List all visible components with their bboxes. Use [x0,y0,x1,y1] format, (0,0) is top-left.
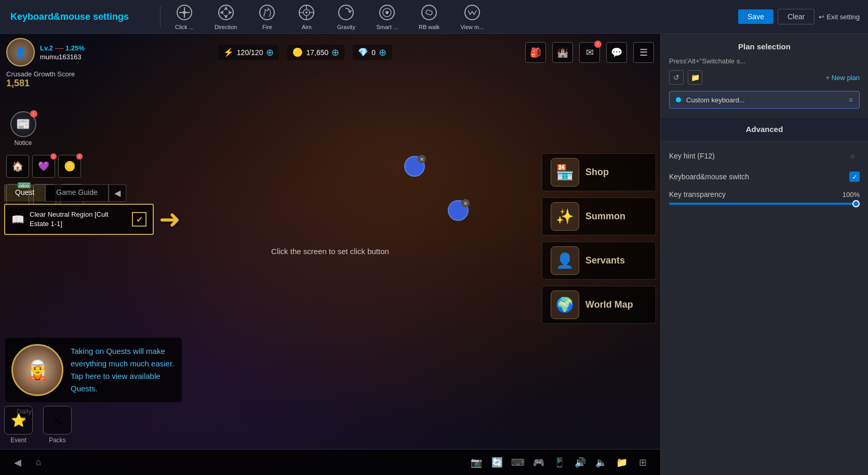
toolbar-click-icon[interactable]: Click ... [165,3,204,30]
svg-point-20 [465,5,479,20]
camera-btn[interactable]: 📷 [467,453,486,472]
rbwalk-icon [420,3,438,22]
notice-button[interactable]: 📰 ! Notice [6,107,40,151]
quest-popup[interactable]: 🧝 Taking on Quests will make everything … [5,338,182,402]
toolbar-smart-icon[interactable]: Smart ... [366,3,408,30]
drag-circle-1-close[interactable]: ✕ [418,155,426,163]
toolbar-viewm-icon[interactable]: View m... [450,3,494,30]
drag-circle-1[interactable]: ✕ [404,156,425,177]
event-btn[interactable]: ⭐ Event [4,406,33,444]
svg-point-19 [422,5,436,20]
packs-btn[interactable]: ⚔ Packs [43,406,72,444]
svg-point-15 [339,5,353,20]
rotate-btn[interactable]: 🔄 [488,453,506,472]
fire-label: Fire [262,24,272,30]
svg-point-1 [183,11,186,14]
new-plan-link[interactable]: + New plan [826,74,860,82]
svg-marker-5 [220,10,224,15]
main-content: 👤 Lv.2 ── 1.25% mumu163163 ⚡ 120/120 ⊕ 🟡… [0,34,868,475]
gold-shop-btn[interactable]: 🪙 ! [58,155,81,178]
screen-btn[interactable]: 📱 [550,453,569,472]
toolbar: Keyboard&mouse settings Click ... Direct… [0,0,868,34]
app-title: Keyboard&mouse settings [0,11,156,22]
packs-icon: ⚔ [43,406,72,434]
gold-add-btn[interactable]: ⊕ [331,47,339,58]
chat-btn[interactable]: 💬 [606,42,627,63]
quest-char-avatar: 🧝 [11,344,63,396]
keyboard-switch-checkbox[interactable]: ✓ [849,171,860,182]
mail-btn[interactable]: ✉ ! [579,42,600,63]
plan-folder-btn[interactable]: 📁 [688,70,702,85]
nav-back-btn[interactable]: ◀ [8,453,27,472]
plan-actions: ↺ 📁 + New plan [669,70,860,85]
gold-shop-badge: ! [76,153,83,160]
quest-panel: Quest Game Guide ◀ 📖 Clear Neutral Regio… [4,184,181,235]
key-hint-toggle[interactable]: ○ [845,149,860,163]
gem-stat: 💎 0 ⊕ [353,45,392,60]
energy-add-btn[interactable]: ⊕ [266,47,274,58]
plan-active-dot [676,97,681,102]
quest-tab-quest[interactable]: Quest [4,184,45,202]
clear-button[interactable]: Clear [778,9,814,24]
svg-marker-4 [224,15,228,19]
drag-circle-2-close[interactable]: ✕ [461,199,470,207]
bottom-nav-center: 📷 🔄 ⌨ 🎮 📱 🔊 🔈 📁 ⊞ [467,453,652,472]
transparency-value: 100% [843,191,860,199]
smart-label: Smart ... [376,24,398,30]
toolbar-rbwalk-icon[interactable]: RB walk [408,3,450,30]
player-info: Lv.2 ── 1.25% mumu163163 [40,44,85,61]
toolbar-direction-icon[interactable]: Direction [204,3,247,30]
save-button[interactable]: Save [738,9,773,24]
toolbar-fire-icon[interactable]: Fire [247,3,287,30]
nav-home-btn[interactable]: ⌂ [29,453,48,472]
quest-popup-text: Taking on Quests will make everything mu… [71,345,176,395]
game-right-panel: 🏪 Shop ✨ Summon 👤 Servants 🌍 World Map [542,153,656,324]
exit-button[interactable]: ↩ Exit setting [819,13,860,21]
svg-marker-6 [228,10,232,15]
bottom-left-icons: ⭐ Event ⚔ Packs [4,406,72,444]
toolbar-aim-icon[interactable]: Aim [287,3,326,30]
summon-button[interactable]: ✨ Summon [542,197,656,235]
keyboard-btn[interactable]: ⌨ [509,453,527,472]
folder-btn[interactable]: 📁 [612,453,631,472]
gem-shop-btn[interactable]: 💜 ! [32,155,55,178]
gravity-label: Gravity [337,24,355,30]
servants-button[interactable]: 👤 Servants [542,242,656,280]
drag-circle-2[interactable]: ✕ [448,200,469,221]
transparency-thumb[interactable] [852,200,860,207]
servants-icon: 👤 [551,246,579,275]
fire-icon [258,3,276,22]
plan-list-icon[interactable]: ≡ [849,96,853,104]
quest-link-1[interactable]: Quests [106,347,131,355]
quest-check-btn[interactable]: ✔ [132,212,146,227]
plan-item[interactable]: Custom keyboard... ≡ [669,91,860,109]
gamepad-btn[interactable]: 🎮 [529,453,548,472]
notice-label: Notice [14,139,32,147]
home-btn[interactable]: 🏠 [6,155,29,178]
gold-icon: 🟡 [292,47,303,57]
expand-btn[interactable]: ⊞ [633,453,652,472]
vol2-btn[interactable]: 🔈 [592,453,610,472]
quest-collapse-btn[interactable]: ◀ [109,184,126,202]
inventory-btn[interactable]: 🎒 [525,42,546,63]
gem-add-btn[interactable]: ⊕ [379,47,386,58]
svg-point-7 [260,5,274,20]
servants-label: Servants [585,255,625,266]
plan-action-icons: ↺ 📁 [669,70,702,85]
worldmap-button[interactable]: 🌍 World Map [542,286,656,324]
quest-item[interactable]: 📖 Clear Neutral Region [Cult Estate 1-1]… [4,204,154,235]
advanced-options: Key hint (F12) ○ Keyboard&mouse switch ✓… [661,141,868,212]
shop-button[interactable]: 🏪 Shop [542,153,656,191]
vol-btn[interactable]: 🔊 [571,453,590,472]
game-area: 👤 Lv.2 ── 1.25% mumu163163 ⚡ 120/120 ⊕ 🟡… [0,34,660,475]
toolbar-gravity-icon[interactable]: Gravity [326,3,366,30]
quest-link-2[interactable]: Quests [71,384,96,393]
aim-icon [297,3,316,22]
menu-btn[interactable]: ☰ [633,42,654,63]
gem-shop-badge: ! [50,153,57,160]
rbwalk-label: RB walk [419,24,439,30]
quest-tab-guide[interactable]: Game Guide [45,184,108,202]
packs-label: Packs [49,437,66,444]
plan-refresh-btn[interactable]: ↺ [669,70,684,85]
building-btn[interactable]: 🏰 [552,42,573,63]
